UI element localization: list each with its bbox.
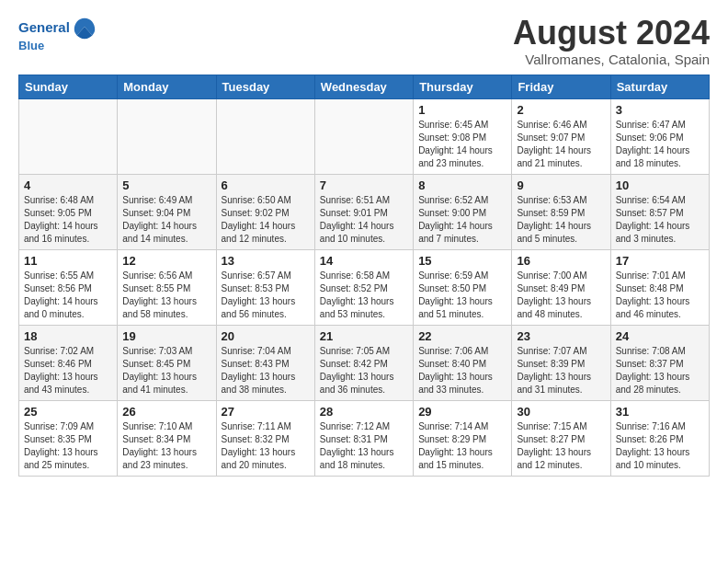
- day-number: 15: [418, 254, 506, 268]
- day-info: Sunrise: 6:54 AM Sunset: 8:57 PM Dayligh…: [616, 194, 704, 246]
- day-number: 11: [24, 254, 112, 268]
- table-row: 6Sunrise: 6:50 AM Sunset: 9:02 PM Daylig…: [216, 174, 314, 249]
- day-info: Sunrise: 6:53 AM Sunset: 8:59 PM Dayligh…: [517, 194, 605, 246]
- day-info: Sunrise: 7:03 AM Sunset: 8:45 PM Dayligh…: [122, 345, 210, 396]
- logo: General Blue: [18, 15, 97, 53]
- day-number: 24: [616, 329, 704, 343]
- page-container: General Blue August 2024 Vallromanes, Ca…: [0, 0, 728, 486]
- table-row: 13Sunrise: 6:57 AM Sunset: 8:53 PM Dayli…: [216, 249, 314, 325]
- table-row: 12Sunrise: 6:56 AM Sunset: 8:55 PM Dayli…: [118, 249, 216, 325]
- day-number: 7: [320, 178, 408, 192]
- table-row: 28Sunrise: 7:12 AM Sunset: 8:31 PM Dayli…: [314, 400, 413, 476]
- month-year: August 2024: [513, 15, 710, 52]
- day-info: Sunrise: 6:59 AM Sunset: 8:50 PM Dayligh…: [418, 270, 506, 321]
- day-info: Sunrise: 6:51 AM Sunset: 9:01 PM Dayligh…: [320, 194, 408, 246]
- day-number: 31: [616, 405, 704, 419]
- day-info: Sunrise: 6:48 AM Sunset: 9:05 PM Dayligh…: [24, 194, 112, 246]
- day-info: Sunrise: 7:02 AM Sunset: 8:46 PM Dayligh…: [24, 345, 112, 396]
- day-number: 1: [418, 103, 506, 117]
- day-info: Sunrise: 6:49 AM Sunset: 9:04 PM Dayligh…: [122, 194, 210, 246]
- calendar-week-row: 25Sunrise: 7:09 AM Sunset: 8:35 PM Dayli…: [19, 400, 710, 476]
- day-number: 28: [320, 405, 408, 419]
- logo-text2: Blue: [18, 39, 97, 53]
- location: Vallromanes, Catalonia, Spain: [513, 52, 710, 67]
- logo-icon: [72, 15, 97, 40]
- table-row: 29Sunrise: 7:14 AM Sunset: 8:29 PM Dayli…: [414, 400, 512, 476]
- table-row: 20Sunrise: 7:04 AM Sunset: 8:43 PM Dayli…: [216, 325, 314, 400]
- day-number: 2: [517, 103, 605, 117]
- calendar: Sunday Monday Tuesday Wednesday Thursday…: [18, 75, 710, 477]
- col-monday: Monday: [118, 75, 216, 98]
- day-info: Sunrise: 6:46 AM Sunset: 9:07 PM Dayligh…: [517, 119, 605, 170]
- table-row: 31Sunrise: 7:16 AM Sunset: 8:26 PM Dayli…: [610, 400, 709, 476]
- calendar-week-row: 11Sunrise: 6:55 AM Sunset: 8:56 PM Dayli…: [19, 249, 710, 325]
- day-number: 29: [418, 405, 506, 419]
- day-number: 10: [616, 178, 704, 192]
- table-row: 17Sunrise: 7:01 AM Sunset: 8:48 PM Dayli…: [610, 249, 709, 325]
- day-info: Sunrise: 7:05 AM Sunset: 8:42 PM Dayligh…: [320, 345, 408, 396]
- day-info: Sunrise: 6:55 AM Sunset: 8:56 PM Dayligh…: [24, 270, 112, 321]
- table-row: 23Sunrise: 7:07 AM Sunset: 8:39 PM Dayli…: [512, 325, 610, 400]
- day-number: 20: [222, 329, 310, 343]
- day-info: Sunrise: 6:50 AM Sunset: 9:02 PM Dayligh…: [222, 194, 310, 246]
- day-number: 4: [24, 178, 112, 192]
- day-info: Sunrise: 7:01 AM Sunset: 8:48 PM Dayligh…: [616, 270, 704, 321]
- table-row: 11Sunrise: 6:55 AM Sunset: 8:56 PM Dayli…: [19, 249, 118, 325]
- day-info: Sunrise: 7:15 AM Sunset: 8:27 PM Dayligh…: [517, 420, 605, 472]
- day-number: 27: [222, 405, 310, 419]
- day-info: Sunrise: 7:09 AM Sunset: 8:35 PM Dayligh…: [24, 420, 112, 472]
- table-row: [216, 98, 314, 174]
- day-number: 12: [122, 254, 210, 268]
- table-row: 1Sunrise: 6:45 AM Sunset: 9:08 PM Daylig…: [414, 98, 512, 174]
- table-row: [19, 98, 118, 174]
- calendar-header-row: Sunday Monday Tuesday Wednesday Thursday…: [19, 75, 710, 98]
- day-number: 23: [517, 329, 605, 343]
- day-info: Sunrise: 7:00 AM Sunset: 8:49 PM Dayligh…: [517, 270, 605, 321]
- col-tuesday: Tuesday: [216, 75, 314, 98]
- day-number: 9: [517, 178, 605, 192]
- day-number: 19: [122, 329, 210, 343]
- table-row: 16Sunrise: 7:00 AM Sunset: 8:49 PM Dayli…: [512, 249, 610, 325]
- day-number: 25: [24, 405, 112, 419]
- calendar-week-row: 4Sunrise: 6:48 AM Sunset: 9:05 PM Daylig…: [19, 174, 710, 249]
- day-number: 16: [517, 254, 605, 268]
- day-number: 6: [222, 178, 310, 192]
- logo-text: General: [18, 19, 70, 36]
- col-sunday: Sunday: [19, 75, 118, 98]
- day-number: 14: [320, 254, 408, 268]
- table-row: [314, 98, 413, 174]
- day-number: 13: [222, 254, 310, 268]
- day-info: Sunrise: 7:16 AM Sunset: 8:26 PM Dayligh…: [616, 420, 704, 472]
- day-number: 30: [517, 405, 605, 419]
- table-row: 14Sunrise: 6:58 AM Sunset: 8:52 PM Dayli…: [314, 249, 413, 325]
- day-number: 18: [24, 329, 112, 343]
- table-row: 25Sunrise: 7:09 AM Sunset: 8:35 PM Dayli…: [19, 400, 118, 476]
- day-info: Sunrise: 6:57 AM Sunset: 8:53 PM Dayligh…: [222, 270, 310, 321]
- day-number: 3: [616, 103, 704, 117]
- table-row: 2Sunrise: 6:46 AM Sunset: 9:07 PM Daylig…: [512, 98, 610, 174]
- calendar-week-row: 18Sunrise: 7:02 AM Sunset: 8:46 PM Dayli…: [19, 325, 710, 400]
- day-info: Sunrise: 7:12 AM Sunset: 8:31 PM Dayligh…: [320, 420, 408, 472]
- col-thursday: Thursday: [414, 75, 512, 98]
- day-number: 5: [122, 178, 210, 192]
- day-info: Sunrise: 7:10 AM Sunset: 8:34 PM Dayligh…: [122, 420, 210, 472]
- day-info: Sunrise: 6:52 AM Sunset: 9:00 PM Dayligh…: [418, 194, 506, 246]
- table-row: 21Sunrise: 7:05 AM Sunset: 8:42 PM Dayli…: [314, 325, 413, 400]
- table-row: 30Sunrise: 7:15 AM Sunset: 8:27 PM Dayli…: [512, 400, 610, 476]
- day-info: Sunrise: 7:14 AM Sunset: 8:29 PM Dayligh…: [418, 420, 506, 472]
- table-row: 7Sunrise: 6:51 AM Sunset: 9:01 PM Daylig…: [314, 174, 413, 249]
- col-friday: Friday: [512, 75, 610, 98]
- day-info: Sunrise: 7:07 AM Sunset: 8:39 PM Dayligh…: [517, 345, 605, 396]
- header: General Blue August 2024 Vallromanes, Ca…: [18, 15, 710, 67]
- calendar-week-row: 1Sunrise: 6:45 AM Sunset: 9:08 PM Daylig…: [19, 98, 710, 174]
- day-number: 8: [418, 178, 506, 192]
- day-info: Sunrise: 6:56 AM Sunset: 8:55 PM Dayligh…: [122, 270, 210, 321]
- table-row: 24Sunrise: 7:08 AM Sunset: 8:37 PM Dayli…: [610, 325, 709, 400]
- col-wednesday: Wednesday: [314, 75, 413, 98]
- table-row: 9Sunrise: 6:53 AM Sunset: 8:59 PM Daylig…: [512, 174, 610, 249]
- table-row: 10Sunrise: 6:54 AM Sunset: 8:57 PM Dayli…: [610, 174, 709, 249]
- title-block: August 2024 Vallromanes, Catalonia, Spai…: [513, 15, 710, 67]
- day-number: 26: [122, 405, 210, 419]
- day-info: Sunrise: 7:04 AM Sunset: 8:43 PM Dayligh…: [222, 345, 310, 396]
- table-row: 3Sunrise: 6:47 AM Sunset: 9:06 PM Daylig…: [610, 98, 709, 174]
